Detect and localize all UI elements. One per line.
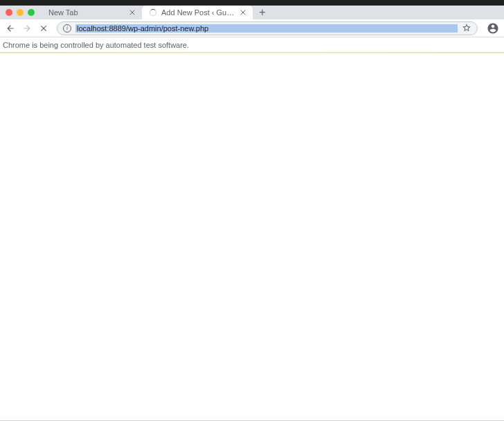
infobar-message: Chrome is being controlled by automated … <box>3 41 189 49</box>
back-button[interactable] <box>4 22 17 35</box>
user-profile-button[interactable] <box>486 21 500 35</box>
bookmark-star-icon[interactable] <box>462 23 471 34</box>
window-maximize-button[interactable] <box>28 9 35 16</box>
forward-button[interactable] <box>21 22 33 35</box>
new-tab-button[interactable]: + <box>255 6 269 19</box>
url-text: localhost:8889/wp-admin/post-new.php <box>75 24 458 33</box>
window-close-button[interactable] <box>6 9 12 16</box>
page-content <box>0 53 504 417</box>
address-bar[interactable]: i localhost:8889/wp-admin/post-new.php <box>57 21 478 35</box>
automation-infobar: Chrome is being controlled by automated … <box>0 37 504 53</box>
tab-inactive[interactable]: New Tab <box>42 6 142 19</box>
close-icon[interactable] <box>128 8 136 17</box>
window-controls <box>0 9 42 16</box>
plus-icon: + <box>259 6 265 19</box>
window-titlebar <box>0 0 504 6</box>
window-minimize-button[interactable] <box>17 9 24 16</box>
toolbar: i localhost:8889/wp-admin/post-new.php <box>0 19 504 37</box>
loading-spinner-icon <box>149 8 157 17</box>
tab-active[interactable]: Add New Post ‹ Gutenberg Te… <box>142 6 253 19</box>
tab-strip: New Tab Add New Post ‹ Gutenberg Te… + <box>0 6 504 19</box>
site-info-icon[interactable]: i <box>63 24 71 33</box>
stop-button[interactable] <box>37 22 50 35</box>
tab-title: Add New Post ‹ Gutenberg Te… <box>161 8 235 17</box>
close-icon[interactable] <box>239 8 247 17</box>
tab-title: New Tab <box>48 8 124 17</box>
